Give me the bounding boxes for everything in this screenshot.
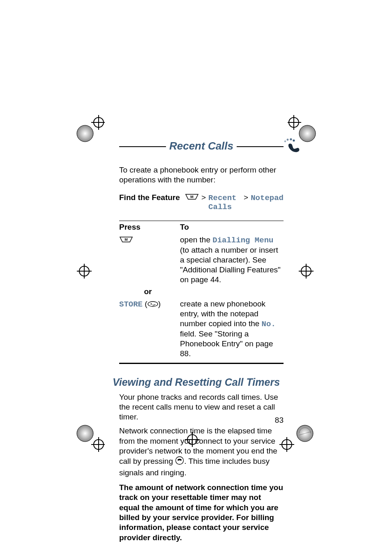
body-paragraph: Your phone tracks and records call times… [119,392,284,422]
svg-point-7 [299,125,316,142]
press-cell: STORE ( ) [119,298,180,363]
path-separator: > [244,193,248,202]
path-item-1: Recent Calls [208,193,241,212]
menu-key-icon: M [119,235,133,245]
path-separator: > [201,193,206,202]
find-the-feature-label: Find the Feature [119,193,185,202]
to-cell: create a new phonebook entry, with the n… [180,298,284,363]
page-content: Recent Calls To create a phonebook entry… [119,140,284,543]
section-heading: Viewing and Resetting Call Timers [113,376,284,388]
store-label: STORE [119,300,143,309]
regmark-bot-left [76,423,105,452]
softkey-icon [148,299,158,309]
svg-point-26 [287,139,289,141]
svg-point-31 [148,302,158,306]
to-cell: open the Dialling Menu (to attach a numb… [180,234,284,286]
table-or-row: or [119,286,284,298]
find-the-feature: Find the Feature M > Recent Calls > Note… [119,193,284,212]
regmark-bot-right [279,423,316,452]
page-title: Recent Calls [166,140,237,152]
regmark-mid-right [298,263,314,279]
press-cell: M [119,234,180,286]
find-the-feature-path: M > Recent Calls > Notepad [185,193,284,212]
svg-point-14 [77,425,93,442]
regmark-mid-left [76,263,92,279]
svg-point-28 [293,139,295,141]
page-number: 83 [275,416,284,425]
svg-text:M: M [125,237,128,242]
col-to: To [180,221,284,234]
col-press: Press [119,221,180,234]
svg-point-27 [290,138,292,140]
menu-key-icon: M [185,193,199,202]
svg-point-25 [284,140,286,142]
phone-icon [283,137,300,157]
end-key-icon [175,456,184,467]
svg-point-0 [77,125,93,142]
regmark-top-left [76,115,105,144]
path-item-2: Notepad [251,193,284,203]
page-header: Recent Calls [119,140,284,154]
actions-table: Press To M open the Dialling Menu (to at… [119,221,284,364]
body-paragraph-bold: The amount of network connection time yo… [119,483,284,543]
svg-text:M: M [190,195,194,199]
svg-point-32 [150,304,152,305]
table-row: M open the Dialling Menu (to attach a nu… [119,234,284,286]
table-row: STORE ( ) create a new phonebook entry, … [119,298,284,363]
intro-text: To create a phonebook entry or perform o… [119,165,284,185]
svg-point-33 [176,457,184,465]
body-paragraph: Network connection time is the elapsed t… [119,426,284,478]
or-label: or [119,286,180,298]
